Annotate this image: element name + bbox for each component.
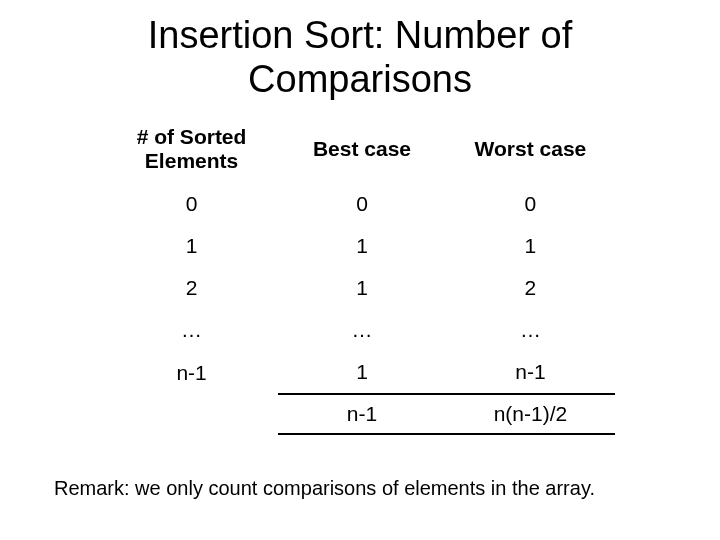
table-total-row: n-1 n(n-1)/2 bbox=[105, 394, 615, 434]
remark-text: Remark: we only count comparisons of ele… bbox=[54, 477, 595, 500]
cell-best: 0 bbox=[278, 183, 446, 225]
cell-total-best: n-1 bbox=[278, 394, 446, 434]
cell-worst: 0 bbox=[446, 183, 615, 225]
table-row: n-1 1 n-1 bbox=[105, 351, 615, 394]
header-sorted: # of Sorted Elements bbox=[105, 123, 278, 183]
cell-total-worst: n(n-1)/2 bbox=[446, 394, 615, 434]
table-header-row: # of Sorted Elements Best case Worst cas… bbox=[105, 123, 615, 183]
cell-best: 1 bbox=[278, 225, 446, 267]
cell-sorted: 1 bbox=[105, 225, 278, 267]
cell-best: 1 bbox=[278, 351, 446, 394]
table-row: 2 1 2 bbox=[105, 267, 615, 309]
cell-sorted: n-1 bbox=[105, 351, 278, 394]
cell-sorted: 2 bbox=[105, 267, 278, 309]
comparison-table-wrap: # of Sorted Elements Best case Worst cas… bbox=[105, 123, 615, 435]
header-worst: Worst case bbox=[446, 123, 615, 183]
cell-total-empty bbox=[105, 394, 278, 434]
header-sorted-line2: Elements bbox=[145, 149, 238, 172]
slide-title: Insertion Sort: Number of Comparisons bbox=[0, 0, 720, 101]
cell-worst: 1 bbox=[446, 225, 615, 267]
table-row: 0 0 0 bbox=[105, 183, 615, 225]
cell-sorted: … bbox=[105, 309, 278, 351]
cell-worst: … bbox=[446, 309, 615, 351]
slide: Insertion Sort: Number of Comparisons # … bbox=[0, 0, 720, 540]
header-sorted-line1: # of Sorted bbox=[137, 125, 247, 148]
table-row: … … … bbox=[105, 309, 615, 351]
comparison-table: # of Sorted Elements Best case Worst cas… bbox=[105, 123, 615, 435]
cell-worst: 2 bbox=[446, 267, 615, 309]
cell-sorted: 0 bbox=[105, 183, 278, 225]
cell-worst: n-1 bbox=[446, 351, 615, 394]
title-line-2: Comparisons bbox=[248, 58, 472, 100]
table-row: 1 1 1 bbox=[105, 225, 615, 267]
cell-best: 1 bbox=[278, 267, 446, 309]
header-best: Best case bbox=[278, 123, 446, 183]
title-line-1: Insertion Sort: Number of bbox=[148, 14, 573, 56]
cell-best: … bbox=[278, 309, 446, 351]
